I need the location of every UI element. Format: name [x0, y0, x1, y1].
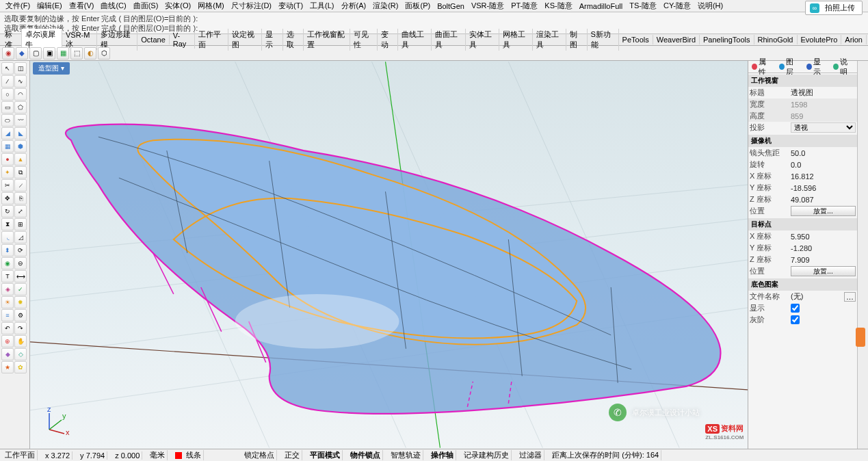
toolbar-icon[interactable]: ⬚: [70, 47, 83, 60]
menu-tools[interactable]: 工具(L): [307, 0, 337, 12]
tool-redo-icon[interactable]: ↷: [14, 322, 27, 334]
tool-misc3-icon[interactable]: ★: [1, 361, 14, 373]
gray-checkbox[interactable]: [791, 315, 800, 324]
tab-rhinogold[interactable]: RhinoGold: [754, 35, 798, 44]
tab-meshtools[interactable]: 网格工具: [499, 29, 533, 51]
status-gumball[interactable]: 操作轴: [429, 450, 456, 460]
status-osnap[interactable]: 物件锁点: [348, 450, 383, 460]
tool-misc1-icon[interactable]: ◆: [1, 348, 14, 360]
toolbar-icon[interactable]: ▦: [57, 47, 69, 60]
tool-layer-icon[interactable]: ≡: [1, 309, 14, 321]
tab-petools[interactable]: PeTools: [619, 35, 653, 44]
tab-octane[interactable]: Octane: [137, 35, 169, 44]
menu-panels[interactable]: 面板(P): [402, 0, 433, 12]
tool-polyline-icon[interactable]: ∿: [14, 75, 27, 88]
tool-explode-icon[interactable]: ✦: [1, 166, 14, 179]
status-unit[interactable]: 毫米: [148, 450, 168, 460]
tool-scale-icon[interactable]: ⤢: [14, 205, 27, 218]
toolbar-icon[interactable]: ◆: [16, 47, 28, 60]
menu-transform[interactable]: 变动(T): [276, 0, 306, 12]
tool-fillet-icon[interactable]: ◟: [1, 231, 14, 243]
status-cplane[interactable]: 工作平面: [3, 450, 38, 460]
toolbar-icon[interactable]: ▣: [43, 47, 55, 60]
status-layer[interactable]: 线条: [173, 450, 204, 460]
tool-misc2-icon[interactable]: ◇: [14, 348, 27, 360]
toolbar-icon[interactable]: ▢: [29, 47, 42, 60]
title-value[interactable]: 透视图: [791, 88, 856, 98]
upload-button[interactable]: ∞ 拍照上传: [805, 1, 863, 15]
tab-zem[interactable]: 卓尔谟犀牛: [22, 29, 62, 51]
tool-prop-icon[interactable]: ⚙: [14, 309, 27, 321]
tool-arc-icon[interactable]: ◠: [14, 88, 27, 101]
tool-copy-icon[interactable]: ⎘: [14, 192, 27, 205]
menu-analyze[interactable]: 分析(A): [339, 0, 369, 12]
tool-line-icon[interactable]: ∕: [1, 75, 14, 88]
camx-value[interactable]: 16.812: [791, 172, 856, 181]
menu-dimension[interactable]: 尺寸标注(D): [228, 0, 274, 12]
tool-lasso-icon[interactable]: ◫: [14, 62, 27, 75]
camy-value[interactable]: -18.596: [791, 184, 856, 192]
tool-zoom-icon[interactable]: ⊕: [1, 335, 14, 347]
toolbar-icon[interactable]: ⬡: [98, 47, 110, 60]
tool-chamfer-icon[interactable]: ◿: [14, 231, 27, 243]
tab-drafting[interactable]: 制图: [566, 29, 587, 51]
tool-surf-icon[interactable]: ◢: [1, 127, 14, 140]
tool-check-icon[interactable]: ✓: [14, 283, 27, 295]
menu-ts[interactable]: TS-随意: [627, 0, 659, 12]
tgz-value[interactable]: 7.909: [791, 256, 856, 264]
tab-vray[interactable]: V-Ray: [170, 31, 195, 49]
tool-box-icon[interactable]: ▦: [1, 140, 14, 153]
menu-render[interactable]: 渲染(R): [370, 0, 401, 12]
menu-pt[interactable]: PT-随意: [508, 0, 540, 12]
tgloc-button[interactable]: 放置...: [791, 266, 856, 276]
tool-split-icon[interactable]: ⟋: [14, 179, 27, 192]
viewport[interactable]: 造型图 ▾: [30, 61, 748, 449]
camz-value[interactable]: 49.087: [791, 196, 856, 204]
tool-move-icon[interactable]: ✥: [1, 192, 14, 205]
tgy-value[interactable]: -1.280: [791, 244, 856, 252]
menu-help[interactable]: 说明(H): [695, 0, 726, 12]
tool-ellipse-icon[interactable]: ⬭: [1, 114, 14, 127]
tool-array-icon[interactable]: ⊞: [14, 218, 27, 230]
status-ortho[interactable]: 正交: [282, 450, 302, 460]
proj-select[interactable]: 透视: [791, 122, 856, 133]
tool-render-icon[interactable]: ☀: [1, 296, 14, 308]
tab-newfeat[interactable]: S新功能: [588, 29, 619, 51]
rot-value[interactable]: 0.0: [791, 161, 856, 169]
menu-boltgen[interactable]: BoltGen: [434, 1, 467, 11]
fname-value[interactable]: (无): [791, 291, 843, 302]
tab-surftools[interactable]: 曲面工具: [432, 29, 465, 51]
tab-curvetools[interactable]: 曲线工具: [398, 29, 432, 51]
tool-trim-icon[interactable]: ✂: [1, 179, 14, 192]
tool-polygon-icon[interactable]: ⬠: [14, 101, 27, 114]
scrollbar-vertical[interactable]: [857, 61, 868, 449]
tab-transform2[interactable]: 变动: [378, 29, 398, 51]
tab-solidtools[interactable]: 实体工具: [466, 29, 499, 51]
tool-pan-icon[interactable]: ✋: [14, 335, 27, 347]
camloc-button[interactable]: 放置...: [791, 206, 856, 216]
show-checkbox[interactable]: [791, 304, 800, 313]
tab-evolute[interactable]: EvolutePro: [798, 35, 842, 44]
tool-boolean-icon[interactable]: ◉: [1, 257, 14, 269]
menu-edit[interactable]: 编辑(E): [34, 0, 65, 12]
tgx-value[interactable]: 5.950: [791, 233, 856, 241]
tool-text-icon[interactable]: T: [1, 270, 14, 282]
menu-ks[interactable]: KS-随意: [542, 0, 575, 12]
browse-icon[interactable]: …: [844, 292, 856, 302]
tab-setview[interactable]: 设定视图: [228, 29, 262, 51]
menu-view[interactable]: 查看(V): [66, 0, 97, 12]
tool-undo-icon[interactable]: ↶: [1, 322, 14, 334]
tool-light-icon[interactable]: ✹: [14, 296, 27, 308]
tab-select[interactable]: 选取: [283, 29, 304, 51]
tab-visibility[interactable]: 可见性: [350, 29, 378, 51]
tool-rect-icon[interactable]: ▭: [1, 101, 14, 114]
toolbar-icon[interactable]: ◉: [2, 47, 14, 60]
status-gridsnap[interactable]: 锁定格点: [242, 450, 277, 460]
status-history[interactable]: 记录建构历史: [462, 450, 512, 460]
toolbar-icon[interactable]: ◐: [84, 47, 96, 60]
tool-pointer-icon[interactable]: ↖: [1, 62, 14, 75]
tool-mirror-icon[interactable]: ⧗: [1, 218, 14, 230]
tool-circle-icon[interactable]: ○: [1, 88, 14, 101]
tool-dim-icon[interactable]: ⟷: [14, 270, 27, 282]
menu-mesh[interactable]: 网格(M): [195, 0, 227, 12]
